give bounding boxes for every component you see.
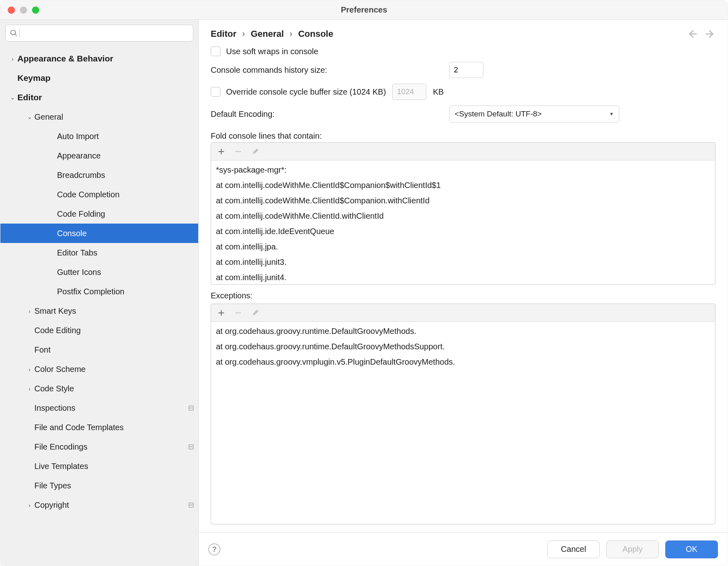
preferences-window: Preferences ›Appearance & BehaviorKeymap…: [0, 0, 728, 566]
list-item[interactable]: at com.intellij.ide.IdeEventQueue: [216, 224, 710, 239]
sidebar-item-console[interactable]: Console: [0, 224, 198, 243]
override-row: Override console cycle buffer size (1024…: [211, 84, 715, 100]
remove-icon[interactable]: [234, 147, 243, 156]
sidebar-item-label: Console: [57, 229, 194, 238]
sidebar-item-general[interactable]: ⌄General: [0, 107, 198, 127]
sidebar-item-label: Keymap: [17, 73, 194, 83]
sidebar-item-gutter-icons[interactable]: Gutter Icons: [0, 262, 198, 282]
apply-button[interactable]: Apply: [606, 541, 659, 558]
fold-items[interactable]: *sys-package-mgr*:at com.intellij.codeWi…: [211, 161, 715, 284]
list-item[interactable]: at com.intellij.junit3.: [216, 254, 710, 270]
add-icon[interactable]: [217, 308, 226, 317]
sidebar-item-color-scheme[interactable]: ›Color Scheme: [0, 359, 198, 379]
content: Use soft wraps in console Console comman…: [199, 46, 728, 532]
sidebar-item-editor-tabs[interactable]: Editor Tabs: [0, 243, 198, 262]
crumb-editor[interactable]: Editor: [211, 29, 237, 39]
main-panel: Editor › General › Console Use soft wrap…: [199, 20, 728, 566]
window-title: Preferences: [0, 5, 728, 15]
sidebar-item-breadcrumbs[interactable]: Breadcrumbs: [0, 165, 198, 185]
forward-icon[interactable]: [705, 29, 715, 39]
override-buffer-input: [392, 84, 426, 100]
crumb-general[interactable]: General: [251, 29, 284, 39]
sidebar-item-copyright[interactable]: ›Copyright⊟: [0, 495, 198, 515]
remove-icon[interactable]: [234, 308, 243, 317]
list-item[interactable]: at com.intellij.junit4.: [216, 270, 710, 284]
list-item[interactable]: at org.codehaus.groovy.runtime.DefaultGr…: [216, 339, 710, 354]
titlebar: Preferences: [0, 0, 728, 20]
back-icon[interactable]: [687, 29, 698, 39]
override-buffer-checkbox[interactable]: [211, 87, 220, 97]
breadcrumb-bar: Editor › General › Console: [199, 20, 728, 46]
sidebar-item-postfix-completion[interactable]: Postfix Completion: [0, 282, 198, 301]
sidebar-item-auto-import[interactable]: Auto Import: [0, 127, 198, 146]
list-item[interactable]: *sys-package-mgr*:: [216, 162, 710, 177]
sidebar-item-label: Copyright: [34, 501, 188, 510]
sidebar-item-label: Code Folding: [57, 209, 194, 219]
sidebar-item-appearance-behavior[interactable]: ›Appearance & Behavior: [0, 49, 198, 68]
history-row: Console commands history size:: [211, 62, 715, 78]
encoding-select[interactable]: <System Default: UTF-8> ▼: [449, 106, 619, 122]
sidebar-item-file-types[interactable]: File Types: [0, 476, 198, 495]
sidebar-item-label: Editor: [17, 93, 194, 102]
list-item[interactable]: at org.codehaus.groovy.vmplugin.v5.Plugi…: [216, 354, 710, 370]
sidebar-item-live-templates[interactable]: Live Templates: [0, 456, 198, 476]
list-item[interactable]: at com.intellij.jpa.: [216, 239, 710, 254]
project-scope-icon: ⊟: [188, 442, 194, 451]
crumb-sep: ›: [242, 29, 245, 39]
search-input[interactable]: [5, 25, 193, 42]
list-item[interactable]: at com.intellij.codeWithMe.ClientId$Comp…: [216, 193, 710, 208]
sidebar-item-inspections[interactable]: Inspections⊟: [0, 398, 198, 418]
fold-listbox: *sys-package-mgr*:at com.intellij.codeWi…: [211, 142, 715, 285]
sidebar-item-file-encodings[interactable]: File Encodings⊟: [0, 437, 198, 456]
chevron-icon: ›: [8, 55, 17, 62]
history-size-input[interactable]: [449, 62, 483, 78]
chevron-icon: ⌄: [8, 94, 17, 101]
fold-section-label: Fold console lines that contain:: [211, 131, 715, 141]
sidebar-item-code-editing[interactable]: Code Editing: [0, 321, 198, 340]
sidebar-item-label: Breadcrumbs: [57, 171, 194, 180]
body: ›Appearance & BehaviorKeymap⌄Editor⌄Gene…: [0, 20, 728, 566]
sidebar-item-label: Live Templates: [34, 462, 194, 471]
settings-tree[interactable]: ›Appearance & BehaviorKeymap⌄Editor⌄Gene…: [0, 46, 198, 566]
sidebar-item-file-and-code-templates[interactable]: File and Code Templates: [0, 418, 198, 437]
sidebar-item-label: General: [34, 112, 194, 122]
encoding-row: Default Encoding: <System Default: UTF-8…: [211, 106, 715, 122]
soft-wraps-checkbox[interactable]: [211, 46, 220, 56]
chevron-icon: ›: [25, 308, 34, 315]
sidebar-item-editor[interactable]: ⌄Editor: [0, 88, 198, 107]
edit-icon[interactable]: [251, 308, 260, 317]
sidebar-item-label: Code Style: [34, 384, 194, 393]
sidebar-item-appearance[interactable]: Appearance: [0, 146, 198, 165]
sidebar-item-code-style[interactable]: ›Code Style: [0, 379, 198, 398]
sidebar-item-label: Appearance: [57, 151, 194, 161]
list-item[interactable]: at org.codehaus.groovy.runtime.DefaultGr…: [216, 323, 710, 339]
sidebar-item-smart-keys[interactable]: ›Smart Keys: [0, 301, 198, 321]
minimize-window-button[interactable]: [20, 6, 27, 14]
crumb-console[interactable]: Console: [298, 29, 333, 39]
sidebar-item-code-completion[interactable]: Code Completion: [0, 185, 198, 204]
exceptions-items[interactable]: at org.codehaus.groovy.runtime.DefaultGr…: [211, 322, 715, 524]
list-item[interactable]: at com.intellij.codeWithMe.ClientId$Comp…: [216, 177, 710, 193]
encoding-label: Default Encoding:: [211, 110, 449, 119]
close-window-button[interactable]: [8, 6, 15, 14]
sidebar-item-font[interactable]: Font: [0, 340, 198, 359]
sidebar-item-keymap[interactable]: Keymap: [0, 68, 198, 88]
list-item[interactable]: at com.intellij.codeWithMe.ClientId.with…: [216, 208, 710, 224]
search-separator: [19, 29, 20, 37]
soft-wraps-row: Use soft wraps in console: [211, 46, 715, 56]
sidebar-item-label: File and Code Templates: [34, 423, 194, 432]
sidebar-item-label: Code Completion: [57, 190, 194, 199]
footer: ? Cancel Apply OK: [199, 532, 728, 566]
help-button[interactable]: ?: [208, 543, 220, 555]
zoom-window-button[interactable]: [32, 6, 39, 14]
search-wrap: [0, 20, 198, 46]
edit-icon[interactable]: [251, 147, 260, 156]
sidebar-item-label: Smart Keys: [34, 306, 194, 316]
kb-unit: KB: [433, 87, 444, 97]
search-icon: [10, 29, 18, 37]
sidebar-item-code-folding[interactable]: Code Folding: [0, 204, 198, 224]
cancel-button[interactable]: Cancel: [547, 541, 600, 558]
ok-button[interactable]: OK: [665, 541, 718, 558]
crumb-sep: ›: [290, 29, 292, 39]
add-icon[interactable]: [217, 147, 226, 156]
